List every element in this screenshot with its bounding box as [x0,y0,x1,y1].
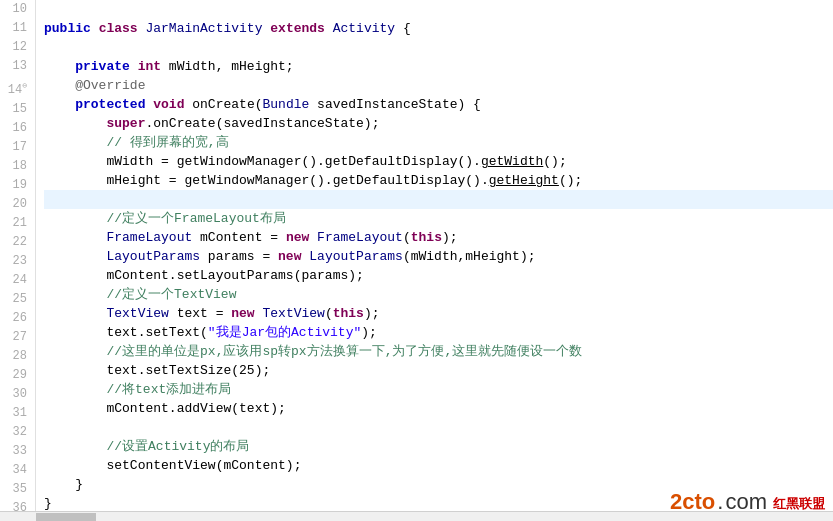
code-line-highlighted [44,190,833,209]
code-line: protected void onCreate(Bundle savedInst… [44,95,833,114]
code-line: public class JarMainActivity extends Act… [44,19,833,38]
code-line: LayoutParams params = new LayoutParams(m… [44,247,833,266]
code-line: FrameLayout mContent = new FrameLayout(t… [44,228,833,247]
code-container: 10 11 12 13 14⊖ 15 16 17 18 19 20 21 22 … [0,0,833,521]
code-line: mContent.setLayoutParams(params); [44,266,833,285]
code-line: mContent.addView(text); [44,399,833,418]
code-line: //定义一个FrameLayout布局 [44,209,833,228]
code-line: setContentView(mContent); [44,456,833,475]
code-line [44,38,833,57]
code-line: // 得到屏幕的宽,高 [44,133,833,152]
code-line: super.onCreate(savedInstanceState); [44,114,833,133]
code-line: //这里的单位是px,应该用sp转px方法换算一下,为了方便,这里就先随便设一个… [44,342,833,361]
code-line: //定义一个TextView [44,285,833,304]
scrollbar-thumb[interactable] [36,513,96,521]
code-line: mHeight = getWindowManager().getDefaultD… [44,171,833,190]
watermark-brand: 2cto [670,489,715,515]
watermark-com: com [725,489,767,515]
code-line: @Override [44,76,833,95]
watermark: 2cto.com 红黑联盟 [670,489,825,515]
code-line: text.setText("我是Jar包的Activity"); [44,323,833,342]
code-line: TextView text = new TextView(this); [44,304,833,323]
watermark-sub: 红黑联盟 [773,495,825,513]
line-numbers: 10 11 12 13 14⊖ 15 16 17 18 19 20 21 22 … [0,0,36,521]
code-line: //将text添加进布局 [44,380,833,399]
code-area: 10 11 12 13 14⊖ 15 16 17 18 19 20 21 22 … [0,0,833,521]
code-line: text.setTextSize(25); [44,361,833,380]
code-line: mWidth = getWindowManager().getDefaultDi… [44,152,833,171]
code-line: private int mWidth, mHeight; [44,57,833,76]
watermark-dot: . [717,489,723,515]
code-line: //设置Activity的布局 [44,437,833,456]
code-line [44,0,833,19]
code-line [44,418,833,437]
code-lines: public class JarMainActivity extends Act… [36,0,833,521]
